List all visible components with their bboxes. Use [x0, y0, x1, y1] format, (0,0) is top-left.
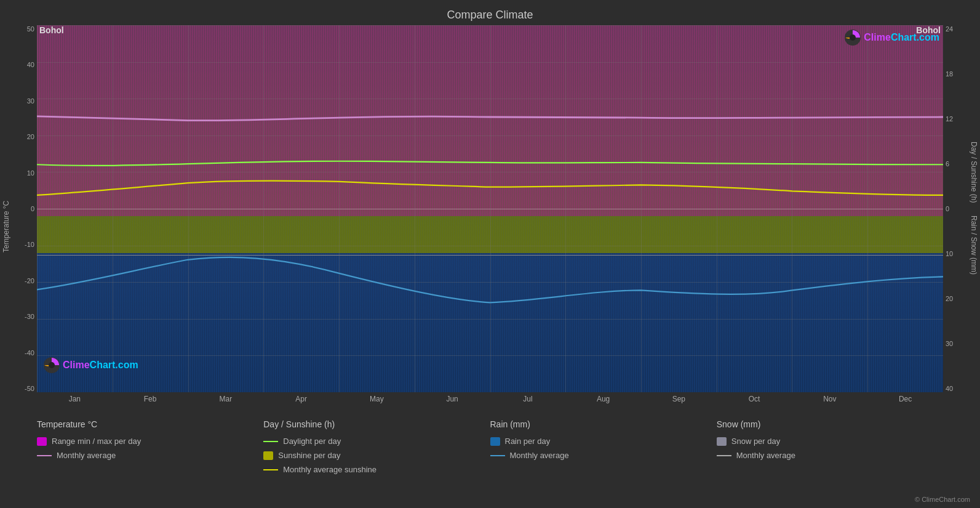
x-axis-oct: Oct: [717, 395, 792, 407]
x-axis-dec: Dec: [867, 395, 943, 407]
plot-area: ClimeChart.com ClimeChart.com: [37, 25, 943, 392]
legend-temp-monthly-avg: Monthly average: [37, 451, 263, 460]
legend-col-snow: Snow (mm) Snow per day Monthly average: [717, 419, 943, 503]
daylight-line: [37, 161, 943, 166]
legend-label-temp-range: Range min / max per day: [52, 437, 141, 446]
legend-label-rain-avg: Monthly average: [510, 451, 569, 460]
x-axis-feb: Feb: [113, 395, 188, 407]
sunshine-avg-line: [37, 180, 943, 195]
legend-temp-range: Range min / max per day: [37, 437, 263, 446]
legend-label-snow: Snow per day: [731, 437, 781, 446]
legend-area: Temperature °C Range min / max per day M…: [0, 409, 980, 508]
legend-swatch-temp-avg: [37, 455, 52, 456]
x-axis-mar: Mar: [188, 395, 264, 407]
legend-snow-title: Snow (mm): [717, 419, 943, 429]
legend-daylight: Daylight per day: [263, 437, 490, 446]
x-axis-jan: Jan: [37, 395, 113, 407]
legend-label-daylight: Daylight per day: [283, 437, 341, 446]
x-axis-apr: Apr: [263, 395, 339, 407]
legend-label-rain: Rain per day: [505, 437, 551, 446]
legend-col-rain: Rain (mm) Rain per day Monthly average: [490, 419, 717, 503]
legend-rain-day: Rain per day: [490, 437, 717, 446]
page-container: Compare Climate Temperature °C 50 40 30 …: [0, 0, 980, 508]
x-axis-nov: Nov: [792, 395, 868, 407]
climechart-logo-icon-top: [844, 29, 861, 46]
legend-rain-avg: Monthly average: [490, 451, 717, 460]
chart-title: Compare Climate: [0, 0, 980, 25]
legend-rain-title: Rain (mm): [490, 419, 717, 429]
svg-point-1: [49, 362, 55, 368]
legend-swatch-snow: [717, 437, 727, 446]
logo-text-bottom: ClimeChart.com: [63, 360, 138, 371]
x-axis-jun: Jun: [415, 395, 490, 407]
x-axis-sep: Sep: [641, 395, 717, 407]
logo-top-right: ClimeChart.com: [844, 29, 939, 46]
legend-swatch-rain-avg: [490, 455, 505, 456]
x-axis-may: May: [339, 395, 415, 407]
legend-swatch-snow-avg: [717, 455, 731, 456]
legend-swatch-daylight: [263, 441, 278, 442]
legend-snow-avg: Monthly average: [717, 451, 943, 460]
chart-svg: [37, 25, 943, 392]
legend-label-snow-avg: Monthly average: [736, 451, 795, 460]
legend-swatch-rain: [490, 437, 500, 446]
legend-snow-day: Snow per day: [717, 437, 943, 446]
legend-col-temperature: Temperature °C Range min / max per day M…: [37, 419, 263, 503]
legend-sunshine-avg: Monthly average sunshine: [263, 465, 490, 474]
chart-main: Bohol Bohol: [37, 25, 943, 409]
legend-label-temp-avg: Monthly average: [57, 451, 116, 460]
legend-sunshine-day: Sunshine per day: [263, 451, 490, 460]
x-axis: Jan Feb Mar Apr May Jun Jul Aug Sep Oct …: [37, 392, 943, 409]
legend-swatch-sunshine: [263, 451, 273, 460]
legend-col-sunshine: Day / Sunshine (h) Daylight per day Suns…: [263, 419, 490, 503]
x-axis-aug: Aug: [565, 395, 641, 407]
legend-temp-title: Temperature °C: [37, 419, 263, 429]
legend-sunshine-title: Day / Sunshine (h): [263, 419, 490, 429]
logo-bottom-left: ClimeChart.com: [43, 357, 138, 374]
logo-text-top: ClimeChart.com: [864, 32, 939, 43]
svg-point-3: [850, 34, 856, 41]
y-axis-left-label: Temperature °C: [0, 25, 12, 409]
x-axis-jul: Jul: [490, 395, 566, 407]
legend-swatch-temp-range: [37, 437, 47, 446]
climechart-logo-icon-bottom: [43, 357, 60, 374]
location-left: Bohol: [39, 25, 64, 35]
y-axis-left: 50 40 30 20 10 0 -10 -20 -30 -40 -50: [12, 25, 37, 409]
chart-area: Temperature °C 50 40 30 20 10 0 -10 -20 …: [0, 25, 980, 409]
rain-monthly-avg-line: [37, 257, 943, 302]
copyright: © ClimeChart.com: [915, 496, 970, 503]
temp-monthly-avg-line: [37, 116, 943, 121]
y-axis-right-label: Day / Sunshine (h) Rain / Snow (mm): [968, 25, 980, 409]
legend-swatch-sunshine-avg: [263, 469, 278, 470]
y-axis-right-top: 24 18 12 6 0 10 20 30 40: [943, 25, 968, 409]
legend-label-sunshine: Sunshine per day: [278, 451, 340, 460]
legend-label-sunshine-avg: Monthly average sunshine: [283, 465, 376, 474]
